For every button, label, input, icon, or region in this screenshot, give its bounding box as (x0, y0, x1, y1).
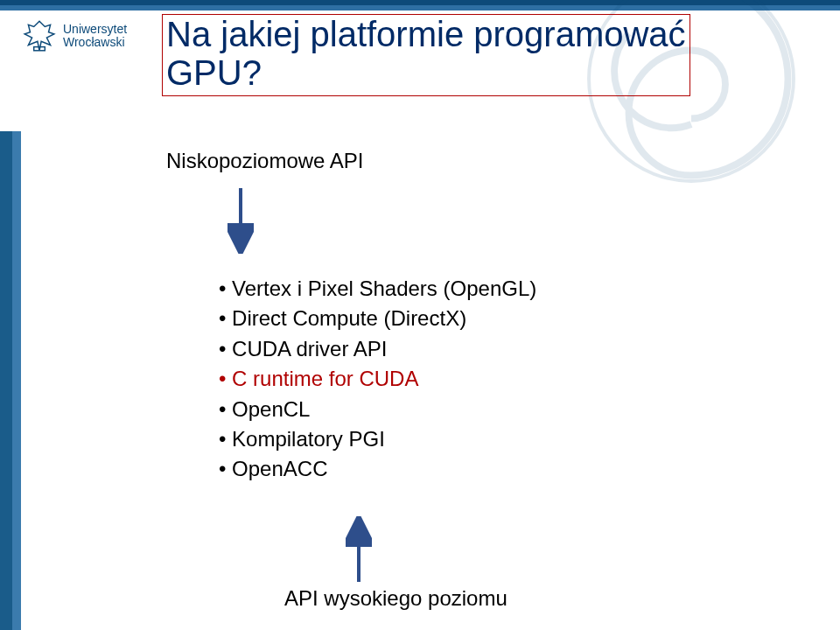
list-item: CUDA driver API (219, 335, 536, 365)
arrow-up-icon (346, 516, 372, 586)
low-level-api-label: Niskopoziomowe API (166, 149, 363, 173)
eagle-icon (21, 18, 58, 54)
api-list: Vertex i Pixel Shaders (OpenGL) Direct C… (184, 275, 536, 486)
list-item: Kompilatory PGI (219, 425, 536, 455)
uni-name-1: Uniwersytet (63, 23, 127, 36)
title-line-1: Na jakiej platformie programować (166, 15, 686, 53)
list-item: Direct Compute (DirectX) (219, 304, 536, 334)
slide-body: Niskopoziomowe API Vertex i Pixel Shader… (0, 131, 840, 630)
title-line-2: GPU? (166, 53, 686, 92)
list-item: OpenACC (219, 455, 536, 485)
list-item: Vertex i Pixel Shaders (OpenGL) (219, 275, 536, 304)
uni-name-2: Wrocławski (63, 36, 127, 49)
high-level-api-label: API wysokiego poziomu (284, 586, 508, 611)
list-item: C runtime for CUDA (219, 365, 536, 395)
university-logo: Uniwersytet Wrocławski (21, 18, 161, 54)
arrow-down-icon (228, 184, 254, 254)
slide-title-box: Na jakiej platformie programować GPU? (162, 14, 690, 96)
list-item: OpenCL (219, 396, 536, 425)
